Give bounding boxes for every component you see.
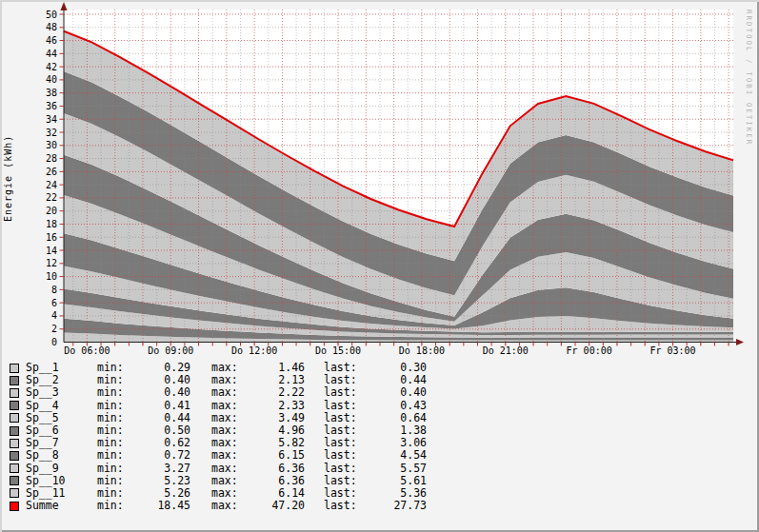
x-axis-label: Do 12:00: [231, 345, 277, 356]
legend-min-value: 18.45: [130, 500, 190, 512]
legend-swatch-light: [10, 463, 19, 473]
legend-max-value: 2.22: [244, 386, 305, 399]
legend-series-name: Summe: [26, 500, 97, 512]
legend-min-label: min:: [97, 400, 130, 412]
rrdtool-graph-image: Do 06:00Do 09:00Do 12:00Do 15:00Do 18:00…: [0, 0, 759, 532]
legend-last-label: last:: [324, 449, 364, 462]
legend-row: Sp__7min:0.62max:5.82last:3.06: [10, 437, 505, 449]
y-axis-label: 44: [46, 49, 57, 59]
legend-swatch-dark: [10, 451, 19, 461]
chart-plot-area: Do 06:00Do 09:00Do 12:00Do 15:00Do 18:00…: [0, 0, 759, 360]
y-axis-label: 4: [51, 310, 57, 321]
y-axis-title: Energie (kWh): [3, 14, 16, 343]
legend-max-value: 6.15: [244, 449, 305, 462]
y-axis-arrow-icon: [61, 2, 68, 10]
legend-min-value: 0.40: [130, 386, 190, 399]
legend-row: Sp__3min:0.40max:2.22last:0.40: [10, 386, 505, 399]
y-axis-label: 12: [46, 258, 57, 268]
y-axis-label: 30: [46, 140, 57, 150]
legend-min-label: min:: [97, 449, 130, 462]
legend-swatch-red: [10, 502, 19, 511]
legend-row: Sp__2min:0.40max:2.13last:0.44: [10, 374, 505, 386]
legend-last-value: 0.43: [364, 400, 427, 412]
legend-max-value: 6.36: [244, 463, 305, 475]
y-axis-label: 18: [46, 219, 57, 229]
x-axis-label: Do 21:00: [483, 345, 529, 356]
y-axis-label: 2: [51, 324, 57, 334]
legend-min-label: min:: [97, 463, 130, 475]
legend-max-value: 3.49: [244, 412, 305, 424]
legend-last-label: last:: [324, 500, 364, 512]
legend-row: Sp__11min:5.26max:6.14last:5.36: [10, 487, 505, 500]
legend-min-label: min:: [97, 412, 130, 424]
legend-series-name: Sp__3: [26, 386, 97, 399]
legend-min-value: 0.72: [130, 449, 190, 462]
legend-swatch-dark: [10, 426, 19, 436]
legend-min-label: min:: [97, 386, 130, 399]
rrdtool-watermark: RRDTOOL / TOBI OETIKER: [744, 10, 753, 333]
y-axis-labels: 0246810121416182022242628303234363840424…: [46, 10, 57, 348]
legend-series-name: Sp__8: [26, 449, 97, 462]
legend-max-label: max:: [211, 449, 244, 462]
y-axis-label: 50: [46, 10, 57, 20]
y-axis-label: 48: [46, 22, 57, 32]
legend-row: Sp__1min:0.29max:1.46last:0.30: [10, 362, 505, 374]
y-axis-label: 14: [46, 246, 57, 256]
legend-max-value: 2.33: [244, 400, 305, 412]
legend-last-value: 27.73: [364, 500, 427, 512]
legend-max-value: 47.20: [244, 500, 305, 512]
chart-legend: Sp__1min:0.29max:1.46last:0.30Sp__2min:0…: [10, 362, 505, 512]
y-axis-label: 16: [46, 232, 57, 243]
y-axis-label: 32: [46, 128, 57, 138]
legend-last-value: 5.57: [364, 463, 427, 475]
legend-row: Sp__10min:5.23max:6.36last:5.61: [10, 475, 505, 487]
legend-swatch-light: [10, 364, 19, 373]
x-axis-label: Do 09:00: [148, 345, 193, 356]
x-axis-arrow-icon: [736, 339, 744, 345]
y-axis-label: 40: [46, 74, 57, 85]
legend-last-label: last:: [324, 463, 364, 475]
x-axis-label: Do 15:00: [315, 345, 361, 356]
legend-max-label: max:: [211, 386, 244, 399]
legend-swatch-dark: [10, 401, 19, 410]
y-axis-label: 26: [46, 167, 57, 177]
legend-last-value: 4.54: [364, 449, 427, 462]
legend-last-label: last:: [324, 412, 364, 424]
legend-swatch-light: [10, 413, 19, 423]
legend-row: Sp__8min:0.72max:6.15last:4.54: [10, 449, 505, 462]
y-axis-label: 10: [46, 271, 57, 282]
legend-max-label: max:: [211, 475, 244, 487]
legend-last-value: 5.61: [364, 475, 427, 487]
legend-last-label: last:: [324, 386, 364, 399]
legend-last-value: 0.40: [364, 386, 427, 399]
x-axis-label: Do 18:00: [399, 345, 445, 356]
y-axis-label: 38: [46, 88, 57, 98]
legend-row: Sp__6min:0.50max:4.96last:1.38: [10, 424, 505, 437]
legend-last-label: last:: [324, 475, 364, 487]
legend-series-name: Sp__4: [26, 400, 97, 412]
legend-swatch-dark: [10, 376, 19, 385]
legend-swatch-light: [10, 488, 19, 498]
legend-min-value: 5.23: [130, 475, 190, 487]
y-axis-label: 34: [46, 114, 57, 125]
y-axis-label: 28: [46, 153, 57, 164]
legend-min-value: 0.41: [130, 400, 190, 412]
legend-row: Sp__9min:3.27max:6.36last:5.57: [10, 463, 505, 475]
legend-row: Sp__4min:0.41max:2.33last:0.43: [10, 400, 505, 412]
y-axis-label: 42: [46, 62, 57, 72]
legend-swatch-light: [10, 439, 19, 448]
legend-max-label: max:: [211, 500, 244, 512]
y-axis-label: 46: [46, 35, 57, 46]
legend-max-label: max:: [211, 412, 244, 424]
legend-min-label: min:: [97, 500, 130, 512]
y-axis-label: 24: [46, 180, 57, 190]
y-axis-label: 0: [51, 337, 57, 347]
legend-max-label: max:: [211, 463, 244, 475]
y-axis-label: 20: [46, 206, 57, 216]
legend-row: Summemin:18.45max:47.20last:27.73: [10, 500, 505, 512]
x-axis-label: Fr 03:00: [649, 345, 695, 356]
x-axis-label: Do 06:00: [64, 345, 110, 356]
legend-row: Sp__5min:0.44max:3.49last:0.64: [10, 412, 505, 424]
legend-series-name: Sp__10: [26, 475, 97, 487]
legend-max-label: max:: [211, 400, 244, 412]
